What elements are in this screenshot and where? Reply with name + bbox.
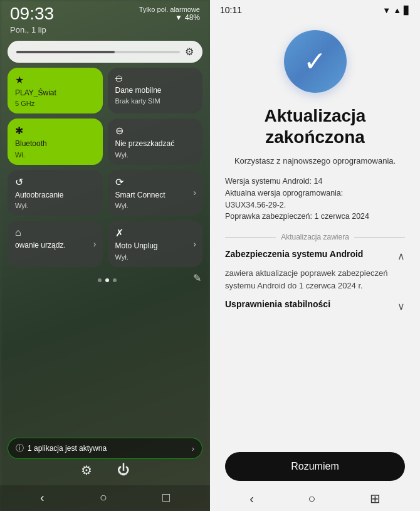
accordion-security[interactable]: Zabezpieczenia systemu Android ∧ zawiera… xyxy=(225,246,405,292)
nav-bar-right: ‹ ○ ⊞ xyxy=(210,487,420,511)
accordion-stability-header[interactable]: Usprawnienia stabilności ∨ xyxy=(225,297,405,315)
edit-icon[interactable]: ✎ xyxy=(193,272,201,284)
battery-percent: 48% xyxy=(185,13,200,22)
brightness-fill xyxy=(16,51,115,53)
motounplug-icon: ✗ xyxy=(115,227,123,239)
autorotate-icon: ↺ xyxy=(15,176,23,188)
smartconnect-label: Smart Connect xyxy=(115,191,196,199)
rozumiem-button[interactable]: Rozumiem xyxy=(225,452,405,481)
left-panel: 09:33 Tylko poł. alarmowe ▼ 48% Pon., 1 … xyxy=(0,0,210,511)
firmware-value-line: U3UX34.56-29-2. xyxy=(225,199,405,211)
tile-dnd[interactable]: ⊖ Nie przeszkadzać Wył. xyxy=(108,119,203,164)
autorotate-sublabel: Wył. xyxy=(15,202,95,209)
smartconnect-icon: ⟳ xyxy=(115,176,123,188)
home-button-left[interactable]: ○ xyxy=(100,490,107,505)
home-button-right[interactable]: ○ xyxy=(308,492,315,506)
status-icons-right: ▼ ▲ ▊ xyxy=(382,6,410,15)
right-panel: 10:11 ▼ ▲ ▊ ✓ Aktualizacja zakończona Ko… xyxy=(210,0,420,511)
brightness-control[interactable]: ⚙ xyxy=(8,41,202,63)
tile-smartconnect[interactable]: ⟳ Smart Connect Wył. › xyxy=(108,170,203,216)
accordion-security-body: zawiera aktualizacje poprawek zabezpiecz… xyxy=(225,267,405,292)
autorotate-label: Autoobracanie xyxy=(15,191,95,199)
tile-motounplug[interactable]: ✗ Moto Unplug Wył. › xyxy=(108,221,203,266)
bluetooth-icon: ✱ xyxy=(15,125,23,137)
firmware-label-line: Aktualna wersja oprogramowania: xyxy=(225,187,405,199)
section-divider: Aktualizacja zawiera xyxy=(225,233,405,241)
finddevice-icon: ⌂ xyxy=(15,227,21,238)
divider-line-right xyxy=(354,237,405,238)
bluetooth-label: Bluetooth xyxy=(15,139,95,148)
battery-icon-right: ▊ xyxy=(404,6,410,15)
settings-power-row: ⚙ ⏻ xyxy=(8,463,202,480)
finddevice-label: owanie urządz. xyxy=(15,241,95,250)
date-left: Pon., 1 lip xyxy=(0,25,210,38)
brightness-icon[interactable]: ⚙ xyxy=(185,46,194,58)
left-content: 09:33 Tylko poł. alarmowe ▼ 48% Pon., 1 … xyxy=(0,0,210,511)
dot-3 xyxy=(113,278,117,282)
tile-finddevice[interactable]: ⌂ owanie urządz. › xyxy=(8,221,103,266)
active-app-bar[interactable]: ⓘ 1 aplikacja jest aktywna › xyxy=(8,438,202,459)
smartconnect-sublabel: Wył. xyxy=(115,202,196,209)
dnd-sublabel: Wył. xyxy=(115,151,196,159)
success-circle: ✓ xyxy=(284,30,347,93)
motounplug-arrow: › xyxy=(193,239,196,249)
wifi-status-icon: ▼ xyxy=(175,13,182,22)
motounplug-sublabel: Wył. xyxy=(115,253,196,261)
accordion-stability[interactable]: Usprawnienia stabilności ∨ xyxy=(225,297,405,315)
alarm-only-label: Tylko poł. alarmowe xyxy=(139,6,200,13)
accordion-security-header[interactable]: Zabezpieczenia systemu Android ∧ xyxy=(225,246,405,265)
tile-bluetooth[interactable]: ✱ Bluetooth Wł. xyxy=(8,119,103,164)
status-bar-right: 10:11 ▼ ▲ ▊ xyxy=(210,0,420,18)
accordion-stability-icon: ∨ xyxy=(397,300,405,312)
update-title-line1: Aktualizacja xyxy=(265,106,366,125)
brightness-track[interactable] xyxy=(16,51,180,53)
section-divider-label: Aktualizacja zawiera xyxy=(281,233,349,241)
wifi-label: PLAY_Świat xyxy=(15,88,95,97)
divider-line-left xyxy=(225,237,276,238)
mobile-data-icon: ⬡ xyxy=(115,74,122,83)
battery-row: ▼ 48% xyxy=(175,13,200,22)
time-right: 10:11 xyxy=(220,5,242,15)
right-main-content: ✓ Aktualizacja zakończona Korzystasz z n… xyxy=(210,18,420,445)
right-bottom-area: Rozumiem xyxy=(210,445,420,487)
status-right-left: Tylko poł. alarmowe ▼ 48% xyxy=(139,6,200,22)
signal-icon: ▲ xyxy=(393,6,401,15)
mobile-data-label: Dane mobilne xyxy=(115,86,196,95)
mobile-data-sublabel: Brak karty SIM xyxy=(115,97,196,105)
bluetooth-sublabel: Wł. xyxy=(15,151,95,159)
smartconnect-arrow: › xyxy=(193,187,196,198)
tile-autorotate[interactable]: ↺ Autoobracanie Wył. xyxy=(8,170,103,216)
nav-bar-left: ‹ ○ □ xyxy=(0,485,210,511)
recents-button-right[interactable]: ⊞ xyxy=(370,491,381,506)
settings-icon[interactable]: ⚙ xyxy=(81,463,92,478)
dot-2 xyxy=(105,278,109,282)
android-version-line: Wersja systemu Android: 14 xyxy=(225,176,405,187)
check-icon: ✓ xyxy=(303,48,327,75)
wifi-sublabel: 5 GHz xyxy=(15,100,95,107)
recents-button-left[interactable]: □ xyxy=(162,490,170,505)
update-subtitle: Korzystasz z najnowszego oprogramowania. xyxy=(234,156,396,166)
bottom-bar-left: ⓘ 1 aplikacja jest aktywna › ⚙ ⏻ xyxy=(0,433,210,485)
tile-wifi[interactable]: ★ PLAY_Świat 5 GHz xyxy=(8,68,103,113)
quick-tiles-grid: ★ PLAY_Świat 5 GHz ⬡ Dane mobilne Brak k… xyxy=(0,68,210,267)
accordion-security-icon: ∧ xyxy=(397,250,405,262)
motounplug-label: Moto Unplug xyxy=(115,241,196,250)
back-button-left[interactable]: ‹ xyxy=(40,490,45,505)
info-icon: ⓘ xyxy=(16,443,24,454)
version-info-block: Wersja systemu Android: 14 Aktualna wers… xyxy=(225,176,405,223)
status-bar-left: 09:33 Tylko poł. alarmowe ▼ 48% xyxy=(0,0,210,25)
wifi-right-icon: ▼ xyxy=(382,6,391,15)
update-title-line2: zakończona xyxy=(265,127,365,147)
dnd-icon: ⊖ xyxy=(115,125,123,137)
page-dots xyxy=(98,272,117,285)
tile-mobile-data[interactable]: ⬡ Dane mobilne Brak karty SIM xyxy=(108,68,203,113)
dnd-label: Nie przeszkadzać xyxy=(115,139,196,148)
wifi-icon: ★ xyxy=(15,74,24,86)
active-app-arrow: › xyxy=(192,444,194,453)
accordion-security-title: Zabezpieczenia systemu Android xyxy=(225,249,397,259)
accordion-stability-title: Usprawnienia stabilności xyxy=(225,299,397,309)
security-patch-line: Poprawka zabezpieczeń: 1 czerwca 2024 xyxy=(225,211,405,223)
time-left: 09:33 xyxy=(10,5,54,23)
power-icon[interactable]: ⏻ xyxy=(117,463,130,478)
back-button-right[interactable]: ‹ xyxy=(249,492,254,506)
